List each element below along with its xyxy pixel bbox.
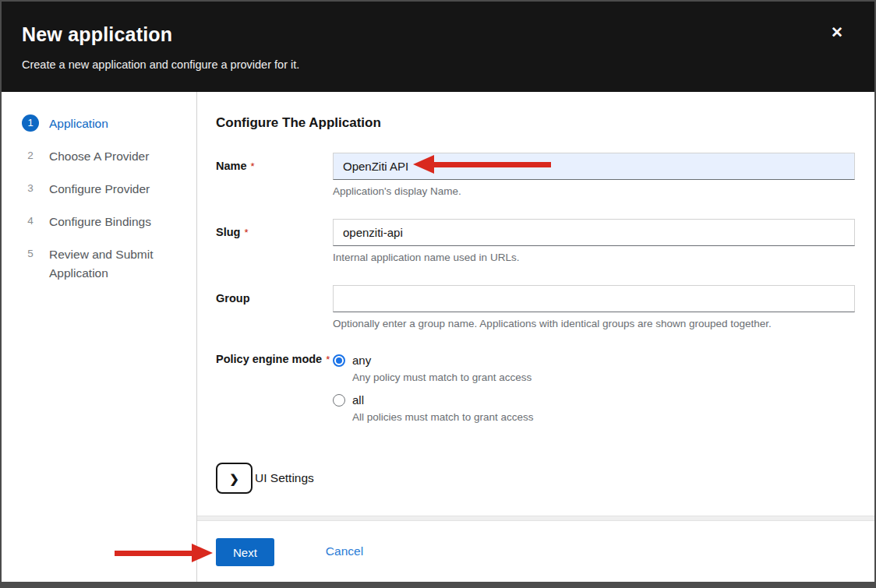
name-label: Name* — [216, 153, 333, 197]
radio-label: all — [352, 393, 364, 407]
slug-input[interactable] — [333, 219, 855, 246]
wizard-nav: 1 Application 2 Choose A Provider 3 Conf… — [2, 92, 197, 582]
radio-selected-icon[interactable] — [333, 354, 345, 367]
arrow-head-icon — [413, 155, 434, 174]
slug-field-row: Slug* Internal application name used in … — [216, 219, 855, 263]
radio-unselected-icon[interactable] — [333, 394, 345, 407]
modal-title: New application — [22, 23, 854, 46]
ui-settings-label: UI Settings — [255, 471, 314, 485]
close-icon[interactable]: ✕ — [831, 25, 843, 40]
radio-label: any — [352, 354, 371, 367]
chevron-right-icon[interactable]: ❯ — [216, 463, 253, 494]
group-helper-text: Optionally enter a group name. Applicati… — [333, 318, 855, 329]
name-helper-text: Application's display Name. — [333, 185, 855, 197]
required-asterisk: * — [326, 354, 330, 365]
step-label: Review and Submit Application — [49, 245, 162, 283]
policy-mode-option-any[interactable]: any — [333, 354, 855, 367]
step-label: Configure Provider — [49, 180, 150, 199]
policy-mode-option-all[interactable]: all — [333, 393, 855, 407]
policy-all-helper-text: All policies must match to grant access — [352, 411, 855, 423]
slug-label: Slug* — [216, 219, 333, 263]
step-label: Choose A Provider — [49, 147, 149, 166]
wizard-step-configure-bindings[interactable]: 4 Configure Bindings — [22, 213, 189, 231]
wizard-step-configure-provider[interactable]: 3 Configure Provider — [22, 180, 189, 199]
arrow-shaft — [115, 551, 192, 556]
page-title: Configure The Application — [216, 115, 855, 131]
step-number: 3 — [22, 180, 39, 197]
modal-footer: Next Cancel — [197, 521, 874, 582]
group-label: Group — [216, 285, 333, 329]
required-asterisk: * — [251, 160, 255, 172]
wizard-step-review-submit[interactable]: 5 Review and Submit Application — [22, 245, 189, 283]
step-number: 2 — [22, 147, 39, 164]
cancel-button[interactable]: Cancel — [326, 538, 363, 558]
next-button[interactable]: Next — [216, 538, 274, 566]
policy-mode-field-row: Policy engine mode* any Any policy must … — [216, 351, 855, 433]
group-field-row: Group Optionally enter a group name. App… — [216, 285, 855, 329]
annotation-arrow-name-input — [413, 155, 551, 174]
ui-settings-section: ❯ UI Settings — [216, 463, 855, 494]
step-label: Configure Bindings — [49, 213, 151, 231]
arrow-shaft — [434, 162, 551, 167]
step-number: 4 — [22, 213, 39, 230]
policy-any-helper-text: Any policy must match to grant access — [352, 371, 855, 383]
new-application-modal: New application Create a new application… — [2, 2, 874, 582]
required-asterisk: * — [244, 227, 248, 238]
modal-header: New application Create a new application… — [2, 2, 874, 92]
wizard-step-application[interactable]: 1 Application — [22, 114, 189, 133]
policy-mode-label: Policy engine mode* — [216, 351, 333, 433]
group-input[interactable] — [333, 285, 855, 312]
policy-mode-radio-group: any Any policy must match to grant acces… — [333, 351, 855, 433]
annotation-arrow-next-button — [115, 544, 213, 562]
modal-subtitle: Create a new application and configure a… — [22, 58, 854, 71]
name-input[interactable] — [333, 153, 855, 180]
step-number: 5 — [22, 245, 39, 262]
step-label: Application — [49, 114, 108, 133]
footer-divider — [197, 516, 874, 521]
wizard-step-choose-provider[interactable]: 2 Choose A Provider — [22, 147, 189, 166]
arrow-head-icon — [192, 544, 213, 562]
slug-helper-text: Internal application name used in URLs. — [333, 252, 855, 263]
step-number-badge: 1 — [22, 114, 39, 132]
